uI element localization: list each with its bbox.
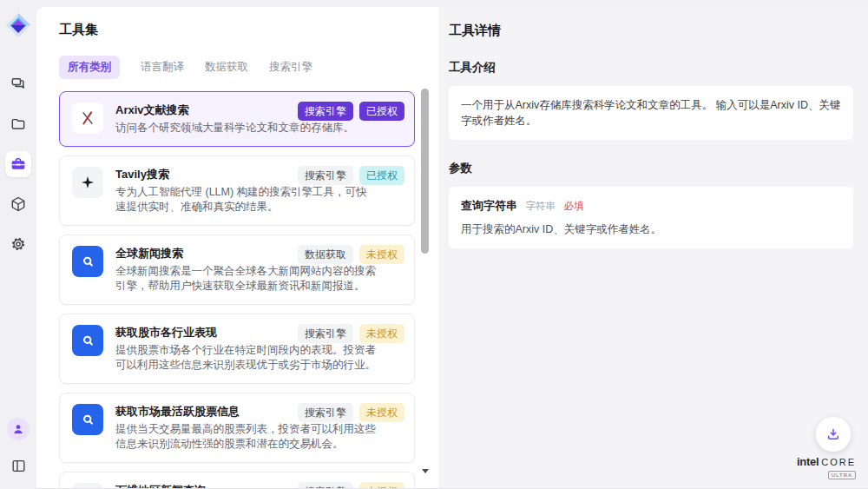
tool-card-tavily[interactable]: Tavily搜索 专为人工智能代理 (LLM) 构建的搜索引擎工具，可快速提供实… [59, 155, 415, 226]
card-badges: 搜索引擎 未授权 [298, 482, 404, 488]
intro-heading: 工具介绍 [449, 60, 853, 76]
param-header: 查询字符串 字符串 必填 [461, 198, 841, 214]
card-badges: 搜索引擎 已授权 [298, 166, 404, 185]
intel-core-logo: intel core ultra [797, 456, 856, 479]
auth-status-badge: 已授权 [359, 102, 404, 121]
search-icon [72, 404, 103, 435]
user-avatar[interactable] [7, 418, 30, 440]
tab-search-engine[interactable]: 搜索引擎 [269, 60, 312, 75]
app-root: 工具集 所有类别 语言翻译 数据获取 搜索引擎 A [0, 0, 868, 489]
auth-status-badge: 未授权 [359, 403, 404, 422]
card-badges: 搜索引擎 未授权 [298, 324, 404, 343]
params-heading: 参数 [449, 161, 853, 176]
card-badges: 数据获取 未授权 [298, 245, 404, 264]
param-name: 查询字符串 [461, 199, 517, 212]
category-badge: 数据获取 [298, 245, 353, 264]
main-window: 工具集 所有类别 语言翻译 数据获取 搜索引擎 A [36, 7, 868, 489]
category-badge: 搜索引擎 [298, 482, 353, 488]
tool-card-global-news[interactable]: 全球新闻搜索 全球新闻搜索是一个聚合全球各大新闻网站内容的搜索引擎，帮助用户快速… [59, 235, 415, 305]
rail-nav [5, 71, 31, 257]
download-button[interactable] [816, 417, 851, 452]
sidebar-item-chat[interactable] [5, 71, 31, 97]
auth-status-badge: 未授权 [359, 482, 404, 488]
auth-status-badge: 未授权 [359, 324, 404, 343]
arxiv-icon [72, 102, 103, 134]
scrollbar-down-button[interactable] [421, 467, 429, 474]
param-type: 字符串 [525, 201, 556, 211]
tool-description: 全球新闻搜索是一个聚合全球各大新闻网站内容的搜索引擎，帮助用户快速获取全球最新资… [115, 264, 378, 294]
category-badge: 搜索引擎 [298, 324, 353, 343]
news-icon [72, 483, 103, 488]
sidebar-item-tools[interactable] [5, 151, 31, 177]
left-rail [0, 0, 36, 489]
sidebar-item-models[interactable] [5, 191, 31, 217]
auth-status-badge: 已授权 [359, 166, 404, 185]
list-scrollbar [420, 76, 430, 481]
rail-bottom [5, 418, 31, 479]
download-icon [825, 426, 841, 442]
auth-status-badge: 未授权 [359, 245, 404, 264]
detail-panel-title: 工具详情 [449, 23, 853, 39]
app-logo-icon [5, 12, 31, 38]
tool-card-active-stocks[interactable]: 获取市场最活跃股票信息 提供当天交易量最高的股票列表，投资者可以利用这些信息来识… [59, 393, 415, 463]
tools-list-panel: 工具集 所有类别 语言翻译 数据获取 搜索引擎 A [36, 7, 438, 488]
tool-card-arxiv[interactable]: Arxiv文献搜索 访问各个研究领域大量科学论文和文章的存储库。 搜索引擎 已授… [59, 91, 415, 147]
category-badge: 搜索引擎 [298, 166, 353, 185]
intel-wordmark: intel [797, 456, 819, 467]
tool-description: 提供当天交易量最高的股票列表，投资者可以利用这些信息来识别流动性强的股票和潜在的… [115, 422, 378, 452]
tab-data-acquisition[interactable]: 数据获取 [205, 60, 248, 75]
category-badge: 搜索引擎 [298, 403, 353, 422]
tab-all-categories[interactable]: 所有类别 [59, 56, 120, 79]
card-badges: 搜索引擎 已授权 [298, 102, 404, 121]
tool-description: 提供股票市场各个行业在特定时间段内的表现。投资者可以利用这些信息来识别表现优于或… [115, 343, 378, 373]
tool-description: 访问各个研究领域大量科学论文和文章的存储库。 [115, 121, 378, 135]
search-icon [72, 246, 103, 277]
param-item: 查询字符串 字符串 必填 用于搜索的Arxiv ID、关键字或作者姓名。 [449, 187, 853, 248]
category-tabs: 所有类别 语言翻译 数据获取 搜索引擎 [59, 56, 438, 79]
card-badges: 搜索引擎 未授权 [298, 403, 404, 422]
tools-panel-title: 工具集 [59, 22, 438, 38]
param-required-badge: 必填 [563, 201, 583, 211]
sparkle-icon [72, 167, 103, 198]
tab-language-translation[interactable]: 语言翻译 [141, 60, 184, 75]
tool-detail-panel: 工具详情 工具介绍 一个用于从Arxiv存储库搜索科学论文和文章的工具。 输入可… [438, 7, 868, 488]
ultra-badge: ultra [828, 471, 856, 479]
sidebar-item-files[interactable] [5, 111, 31, 137]
param-description: 用于搜索的Arxiv ID、关键字或作者姓名。 [461, 221, 841, 237]
tool-card-regional-news[interactable]: 万维地区新闻查询 查询具体行政区划内的新闻，快速了解各地新闻动 搜索引擎 未授权 [59, 472, 415, 488]
tools-card-list: Arxiv文献搜索 访问各个研究领域大量科学论文和文章的存储库。 搜索引擎 已授… [59, 91, 438, 488]
tool-card-sector-performance[interactable]: 获取股市各行业表现 提供股票市场各个行业在特定时间段内的表现。投资者可以利用这些… [59, 314, 415, 384]
search-icon [72, 325, 103, 356]
tool-intro-text: 一个用于从Arxiv存储库搜索科学论文和文章的工具。 输入可以是Arxiv ID… [449, 86, 853, 140]
sidebar-item-settings[interactable] [5, 231, 31, 257]
tool-description: 专为人工智能代理 (LLM) 构建的搜索引擎工具，可快速提供实时、准确和真实的结… [115, 185, 378, 215]
category-badge: 搜索引擎 [298, 102, 353, 121]
collapse-panel-icon[interactable] [5, 453, 31, 479]
core-wordmark: core [821, 458, 856, 467]
scrollbar-thumb[interactable] [421, 89, 429, 254]
